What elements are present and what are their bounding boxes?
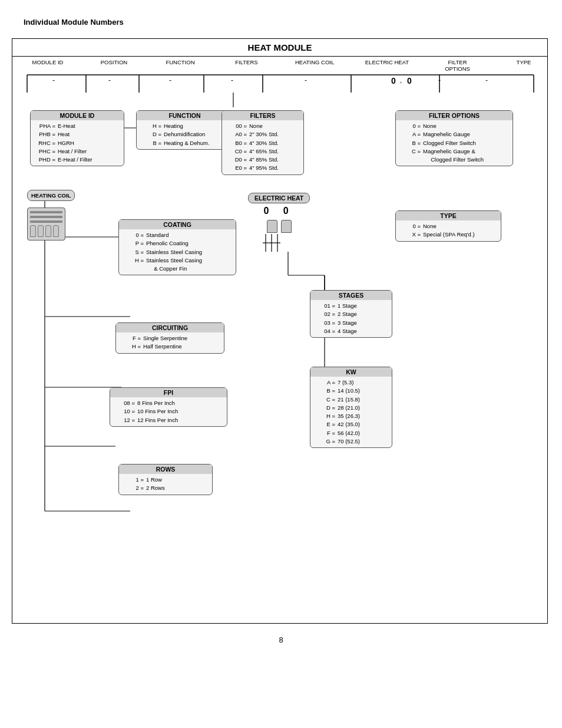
rows-header: ROWS	[119, 465, 212, 474]
svg-text:-: -	[231, 76, 233, 84]
col-label-type: TYPE	[506, 59, 541, 65]
svg-text:-: -	[438, 76, 441, 84]
circuiting-box: CIRCUITING F =Single Serpentine H =Half …	[115, 322, 224, 354]
filter-options-header: FILTER OPTIONS	[396, 111, 513, 120]
electric-heat-zeros: 0 0	[248, 203, 310, 219]
svg-text:-: -	[485, 76, 488, 84]
page-number: 8	[0, 630, 562, 650]
col-label-filters: FILTERS	[229, 59, 264, 65]
col-label-position: POSITION	[96, 59, 131, 65]
filters-box: FILTERS 00 =None A0 =2" 30% Std. B0 =4" …	[222, 110, 304, 175]
rows-box: ROWS 1 =1 Row 2 =2 Rows	[118, 464, 213, 495]
filters-header: FILTERS	[222, 111, 303, 120]
function-box: FUNCTION H =Heating D =Dehumidification …	[136, 110, 233, 150]
fpi-box: FPI 08 =8 Fins Per Inch 10 =10 Fins Per …	[110, 387, 227, 427]
col-label-function: FUNCTION	[163, 59, 198, 65]
circuiting-header: CIRCUITING	[116, 323, 224, 332]
type-header: TYPE	[396, 211, 501, 220]
heating-coil-label: HEATING COIL	[27, 190, 75, 201]
module-id-header: MODULE ID	[31, 111, 124, 120]
heating-coil-graphic	[27, 207, 65, 241]
col-label-electric-heat: ELECTRIC HEAT	[365, 59, 409, 65]
stages-header: STAGES	[310, 291, 392, 300]
svg-text:0: 0	[407, 76, 412, 85]
svg-text:-: -	[52, 76, 55, 84]
stages-box: STAGES 01 =1 Stage 02 =2 Stage 03 =3 Sta…	[310, 290, 392, 338]
top-connector-svg: - - - - - 0 , 0 - -	[21, 72, 538, 93]
coating-header: COATING	[119, 220, 236, 229]
col-label-heating-coil: HEATING COIL	[295, 59, 334, 65]
coating-box: COATING 0 =Standard P =Phenolic Coating …	[118, 219, 236, 275]
svg-text:-: -	[108, 76, 111, 84]
heat-module-header: HEAT MODULE	[12, 39, 547, 57]
svg-text:0: 0	[391, 76, 396, 85]
filter-options-box: FILTER OPTIONS 0 =None A =Magnehelic Gau…	[395, 110, 513, 166]
col-label-module-id: MODULE ID	[30, 59, 65, 65]
diagram-body: MODULE ID PHA =E-Heat PHB =Heat RHC =HGR…	[12, 93, 547, 623]
type-box: TYPE 0 =None X =Special (SPA Req'd.)	[395, 210, 501, 242]
page-title: Individual Module Numbers	[0, 0, 562, 32]
fpi-header: FPI	[110, 388, 227, 397]
kw-box: KW A =7 (5.3) B =14 (10.5) C =21 (15.8) …	[310, 367, 392, 448]
col-label-filter-options: FILTEROPTIONS	[440, 59, 475, 72]
svg-text:-: -	[169, 76, 171, 84]
kw-header: KW	[310, 367, 392, 377]
module-id-box: MODULE ID PHA =E-Heat PHB =Heat RHC =HGR…	[30, 110, 124, 166]
svg-text:,: ,	[400, 77, 402, 84]
function-header: FUNCTION	[137, 111, 233, 120]
diagram-container: HEAT MODULE MODULE ID POSITION FUNCTION …	[12, 38, 548, 624]
electric-heat-box: ELECTRIC HEAT 0 0	[248, 193, 310, 233]
svg-text:-: -	[305, 76, 307, 84]
